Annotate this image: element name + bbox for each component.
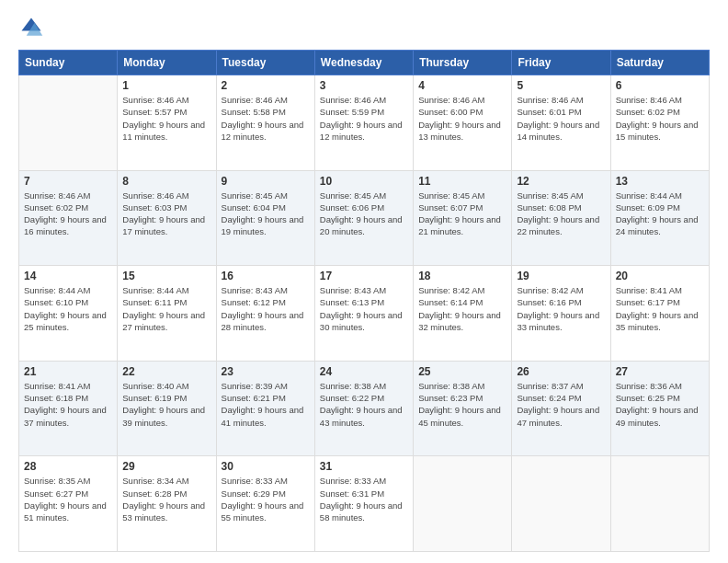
calendar-cell: 3Sunrise: 8:46 AMSunset: 5:59 PMDaylight… <box>314 75 413 171</box>
day-number: 8 <box>122 175 210 188</box>
day-info: Sunrise: 8:46 AMSunset: 5:58 PMDaylight:… <box>222 94 310 143</box>
day-number: 19 <box>517 270 605 282</box>
day-number: 31 <box>320 460 408 473</box>
day-number: 5 <box>517 79 605 92</box>
calendar-cell: 2Sunrise: 8:46 AMSunset: 5:58 PMDaylight… <box>216 75 314 171</box>
calendar-cell: 4Sunrise: 8:46 AMSunset: 6:00 PMDaylight… <box>414 75 512 171</box>
day-info: Sunrise: 8:46 AMSunset: 6:00 PMDaylight:… <box>418 94 506 143</box>
day-number: 24 <box>320 365 408 378</box>
calendar-cell: 24Sunrise: 8:38 AMSunset: 6:22 PMDayligh… <box>314 361 413 456</box>
day-info: Sunrise: 8:46 AMSunset: 6:02 PMDaylight:… <box>24 190 112 238</box>
day-number: 28 <box>24 460 112 473</box>
calendar-table: SundayMondayTuesdayWednesdayThursdayFrid… <box>18 50 710 552</box>
calendar-cell: 25Sunrise: 8:38 AMSunset: 6:23 PMDayligh… <box>414 361 512 456</box>
day-info: Sunrise: 8:38 AMSunset: 6:22 PMDaylight:… <box>320 380 408 429</box>
day-info: Sunrise: 8:39 AMSunset: 6:21 PMDaylight:… <box>222 380 310 429</box>
day-number: 16 <box>222 270 310 282</box>
calendar-cell: 27Sunrise: 8:36 AMSunset: 6:25 PMDayligh… <box>610 361 709 456</box>
page: SundayMondayTuesdayWednesdayThursdayFrid… <box>0 0 728 563</box>
calendar-cell <box>512 456 610 552</box>
calendar-cell: 1Sunrise: 8:46 AMSunset: 5:57 PMDaylight… <box>118 75 216 171</box>
calendar-cell: 22Sunrise: 8:40 AMSunset: 6:19 PMDayligh… <box>118 361 216 456</box>
day-number: 23 <box>222 365 310 378</box>
calendar-cell <box>414 456 512 552</box>
col-header-tuesday: Tuesday <box>216 51 314 75</box>
day-info: Sunrise: 8:42 AMSunset: 6:14 PMDaylight:… <box>418 284 506 333</box>
day-info: Sunrise: 8:43 AMSunset: 6:12 PMDaylight:… <box>222 284 310 333</box>
calendar-header-row: SundayMondayTuesdayWednesdayThursdayFrid… <box>19 51 710 75</box>
day-info: Sunrise: 8:34 AMSunset: 6:28 PMDaylight:… <box>122 475 210 523</box>
day-number: 12 <box>517 175 605 188</box>
day-info: Sunrise: 8:46 AMSunset: 6:03 PMDaylight:… <box>122 190 210 238</box>
col-header-saturday: Saturday <box>610 51 709 75</box>
calendar-cell: 19Sunrise: 8:42 AMSunset: 6:16 PMDayligh… <box>512 266 610 362</box>
calendar-cell: 26Sunrise: 8:37 AMSunset: 6:24 PMDayligh… <box>512 361 610 456</box>
day-info: Sunrise: 8:44 AMSunset: 6:09 PMDaylight:… <box>616 190 704 238</box>
calendar-cell: 15Sunrise: 8:44 AMSunset: 6:11 PMDayligh… <box>118 266 216 362</box>
calendar-cell: 5Sunrise: 8:46 AMSunset: 6:01 PMDaylight… <box>512 75 610 171</box>
day-number: 15 <box>122 270 210 282</box>
day-info: Sunrise: 8:40 AMSunset: 6:19 PMDaylight:… <box>122 380 210 429</box>
calendar-cell: 14Sunrise: 8:44 AMSunset: 6:10 PMDayligh… <box>19 266 118 362</box>
calendar-cell: 30Sunrise: 8:33 AMSunset: 6:29 PMDayligh… <box>216 456 314 552</box>
calendar-cell: 21Sunrise: 8:41 AMSunset: 6:18 PMDayligh… <box>19 361 118 456</box>
day-number: 26 <box>517 365 605 378</box>
day-info: Sunrise: 8:41 AMSunset: 6:18 PMDaylight:… <box>24 380 112 429</box>
day-number: 14 <box>24 270 112 282</box>
col-header-friday: Friday <box>512 51 610 75</box>
day-number: 7 <box>24 175 112 188</box>
calendar-cell: 6Sunrise: 8:46 AMSunset: 6:02 PMDaylight… <box>610 75 709 171</box>
calendar-week-row: 21Sunrise: 8:41 AMSunset: 6:18 PMDayligh… <box>19 361 710 456</box>
day-number: 4 <box>418 79 506 92</box>
calendar-cell: 10Sunrise: 8:45 AMSunset: 6:06 PMDayligh… <box>314 170 413 266</box>
day-info: Sunrise: 8:33 AMSunset: 6:29 PMDaylight:… <box>222 475 310 523</box>
day-info: Sunrise: 8:45 AMSunset: 6:04 PMDaylight:… <box>222 190 310 238</box>
day-number: 29 <box>122 460 210 473</box>
header <box>18 15 710 40</box>
day-info: Sunrise: 8:33 AMSunset: 6:31 PMDaylight:… <box>320 475 408 523</box>
col-header-monday: Monday <box>118 51 216 75</box>
calendar-cell: 8Sunrise: 8:46 AMSunset: 6:03 PMDaylight… <box>118 170 216 266</box>
calendar-cell: 20Sunrise: 8:41 AMSunset: 6:17 PMDayligh… <box>610 266 709 362</box>
calendar-cell: 29Sunrise: 8:34 AMSunset: 6:28 PMDayligh… <box>118 456 216 552</box>
calendar-week-row: 1Sunrise: 8:46 AMSunset: 5:57 PMDaylight… <box>19 75 710 171</box>
day-number: 9 <box>222 175 310 188</box>
day-number: 21 <box>24 365 112 378</box>
day-number: 30 <box>222 460 310 473</box>
calendar-cell: 7Sunrise: 8:46 AMSunset: 6:02 PMDaylight… <box>19 170 118 266</box>
day-info: Sunrise: 8:45 AMSunset: 6:08 PMDaylight:… <box>517 190 605 238</box>
calendar-cell: 23Sunrise: 8:39 AMSunset: 6:21 PMDayligh… <box>216 361 314 456</box>
day-info: Sunrise: 8:44 AMSunset: 6:10 PMDaylight:… <box>24 284 112 333</box>
day-info: Sunrise: 8:38 AMSunset: 6:23 PMDaylight:… <box>418 380 506 429</box>
calendar-cell: 31Sunrise: 8:33 AMSunset: 6:31 PMDayligh… <box>314 456 413 552</box>
day-number: 25 <box>418 365 506 378</box>
calendar-cell: 13Sunrise: 8:44 AMSunset: 6:09 PMDayligh… <box>610 170 709 266</box>
calendar-cell <box>610 456 709 552</box>
calendar-week-row: 7Sunrise: 8:46 AMSunset: 6:02 PMDaylight… <box>19 170 710 266</box>
day-number: 27 <box>616 365 704 378</box>
logo-icon <box>18 15 44 40</box>
day-number: 17 <box>320 270 408 282</box>
day-number: 20 <box>616 270 704 282</box>
day-info: Sunrise: 8:35 AMSunset: 6:27 PMDaylight:… <box>24 475 112 523</box>
calendar-cell: 11Sunrise: 8:45 AMSunset: 6:07 PMDayligh… <box>414 170 512 266</box>
calendar-cell: 9Sunrise: 8:45 AMSunset: 6:04 PMDaylight… <box>216 170 314 266</box>
day-number: 18 <box>418 270 506 282</box>
day-number: 3 <box>320 79 408 92</box>
day-info: Sunrise: 8:43 AMSunset: 6:13 PMDaylight:… <box>320 284 408 333</box>
day-number: 1 <box>122 79 210 92</box>
day-number: 13 <box>616 175 704 188</box>
day-info: Sunrise: 8:44 AMSunset: 6:11 PMDaylight:… <box>122 284 210 333</box>
day-info: Sunrise: 8:46 AMSunset: 6:01 PMDaylight:… <box>517 94 605 143</box>
col-header-sunday: Sunday <box>19 51 118 75</box>
day-info: Sunrise: 8:46 AMSunset: 6:02 PMDaylight:… <box>616 94 704 143</box>
day-number: 2 <box>222 79 310 92</box>
day-info: Sunrise: 8:45 AMSunset: 6:06 PMDaylight:… <box>320 190 408 238</box>
day-info: Sunrise: 8:41 AMSunset: 6:17 PMDaylight:… <box>616 284 704 333</box>
calendar-cell: 18Sunrise: 8:42 AMSunset: 6:14 PMDayligh… <box>414 266 512 362</box>
calendar-cell <box>19 75 118 171</box>
col-header-wednesday: Wednesday <box>314 51 413 75</box>
day-info: Sunrise: 8:37 AMSunset: 6:24 PMDaylight:… <box>517 380 605 429</box>
day-info: Sunrise: 8:46 AMSunset: 5:59 PMDaylight:… <box>320 94 408 143</box>
day-number: 11 <box>418 175 506 188</box>
